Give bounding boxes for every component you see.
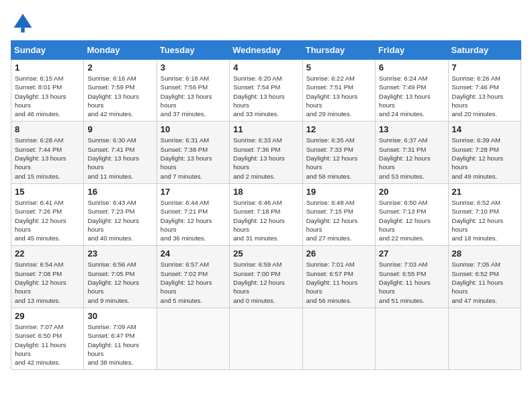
calendar-week-row: 29Sunrise: 7:07 AMSunset: 6:50 PMDayligh… [11,308,521,369]
day-info: Sunrise: 6:48 AMSunset: 7:15 PMDaylight:… [306,198,371,242]
svg-rect-1 [21,28,24,32]
svg-marker-0 [14,14,32,28]
weekday-header: Wednesday [230,41,302,60]
page-header [11,11,521,35]
day-info: Sunrise: 7:03 AMSunset: 6:55 PMDaylight:… [379,260,444,304]
day-number: 18 [233,187,298,197]
day-cell: 25Sunrise: 6:59 AMSunset: 7:00 PMDayligh… [230,246,302,308]
day-number: 3 [161,62,226,73]
day-cell: 26Sunrise: 7:01 AMSunset: 6:57 PMDayligh… [302,246,375,308]
day-cell: 9Sunrise: 6:30 AMSunset: 7:41 PMDaylight… [84,122,157,183]
weekday-header: Monday [84,41,157,60]
day-number: 13 [379,124,444,134]
empty-cell [375,308,448,369]
day-info: Sunrise: 7:07 AMSunset: 6:50 PMDaylight:… [15,322,80,367]
day-cell: 18Sunrise: 6:46 AMSunset: 7:18 PMDayligh… [230,183,302,245]
day-number: 30 [87,311,152,321]
day-number: 4 [233,62,298,73]
day-cell: 24Sunrise: 6:57 AMSunset: 7:02 PMDayligh… [157,246,229,308]
day-cell: 23Sunrise: 6:56 AMSunset: 7:05 PMDayligh… [84,246,157,308]
day-cell: 5Sunrise: 6:22 AMSunset: 7:51 PMDaylight… [302,60,375,122]
day-number: 17 [161,187,226,197]
day-number: 10 [161,124,226,134]
day-cell: 22Sunrise: 6:54 AMSunset: 7:08 PMDayligh… [11,246,84,308]
empty-cell [230,308,302,369]
day-cell: 20Sunrise: 6:50 AMSunset: 7:13 PMDayligh… [375,183,448,245]
day-info: Sunrise: 6:56 AMSunset: 7:05 PMDaylight:… [87,260,152,304]
day-number: 5 [306,62,371,73]
day-info: Sunrise: 6:16 AMSunset: 7:59 PMDaylight:… [87,74,152,118]
day-number: 8 [15,124,80,134]
day-cell: 14Sunrise: 6:39 AMSunset: 7:28 PMDayligh… [448,122,521,183]
day-info: Sunrise: 6:33 AMSunset: 7:36 PMDaylight:… [233,136,298,180]
weekday-header: Tuesday [157,41,229,60]
day-info: Sunrise: 6:30 AMSunset: 7:41 PMDaylight:… [87,136,152,180]
day-number: 2 [87,62,152,73]
day-number: 27 [379,248,444,259]
day-info: Sunrise: 6:41 AMSunset: 7:26 PMDaylight:… [15,198,80,242]
logo [11,11,38,35]
day-info: Sunrise: 7:01 AMSunset: 6:57 PMDaylight:… [306,260,371,304]
day-cell: 19Sunrise: 6:48 AMSunset: 7:15 PMDayligh… [302,183,375,245]
day-cell: 29Sunrise: 7:07 AMSunset: 6:50 PMDayligh… [11,308,84,369]
day-cell: 27Sunrise: 7:03 AMSunset: 6:55 PMDayligh… [375,246,448,308]
day-cell: 12Sunrise: 6:35 AMSunset: 7:33 PMDayligh… [302,122,375,183]
day-number: 15 [15,187,80,197]
weekday-header: Sunday [11,41,84,60]
day-cell: 10Sunrise: 6:31 AMSunset: 7:38 PMDayligh… [157,122,229,183]
day-cell: 30Sunrise: 7:09 AMSunset: 6:47 PMDayligh… [84,308,157,369]
day-number: 23 [87,248,152,259]
calendar-table: SundayMondayTuesdayWednesdayThursdayFrid… [11,40,521,370]
day-info: Sunrise: 6:50 AMSunset: 7:13 PMDaylight:… [379,198,444,242]
calendar-week-row: 22Sunrise: 6:54 AMSunset: 7:08 PMDayligh… [11,246,521,308]
day-info: Sunrise: 7:09 AMSunset: 6:47 PMDaylight:… [87,322,152,367]
day-number: 24 [161,248,226,259]
day-info: Sunrise: 6:39 AMSunset: 7:28 PMDaylight:… [452,136,517,180]
calendar-week-row: 1Sunrise: 6:15 AMSunset: 8:01 PMDaylight… [11,60,521,122]
day-number: 12 [306,124,371,134]
day-number: 19 [306,187,371,197]
calendar-week-row: 8Sunrise: 6:28 AMSunset: 7:44 PMDaylight… [11,122,521,183]
day-cell: 11Sunrise: 6:33 AMSunset: 7:36 PMDayligh… [230,122,302,183]
day-info: Sunrise: 6:28 AMSunset: 7:44 PMDaylight:… [15,136,80,180]
empty-cell [302,308,375,369]
weekday-header-row: SundayMondayTuesdayWednesdayThursdayFrid… [11,41,521,60]
day-number: 22 [15,248,80,259]
day-number: 25 [233,248,298,259]
day-info: Sunrise: 6:18 AMSunset: 7:56 PMDaylight:… [161,74,226,118]
day-number: 20 [379,187,444,197]
day-info: Sunrise: 6:35 AMSunset: 7:33 PMDaylight:… [306,136,371,180]
day-cell: 13Sunrise: 6:37 AMSunset: 7:31 PMDayligh… [375,122,448,183]
day-number: 11 [233,124,298,134]
day-info: Sunrise: 6:52 AMSunset: 7:10 PMDaylight:… [452,198,517,242]
day-cell: 2Sunrise: 6:16 AMSunset: 7:59 PMDaylight… [84,60,157,122]
day-number: 14 [452,124,517,134]
day-info: Sunrise: 6:46 AMSunset: 7:18 PMDaylight:… [233,198,298,242]
day-info: Sunrise: 6:54 AMSunset: 7:08 PMDaylight:… [15,260,80,304]
day-number: 6 [379,62,444,73]
day-number: 1 [15,62,80,73]
day-info: Sunrise: 6:44 AMSunset: 7:21 PMDaylight:… [161,198,226,242]
day-cell: 17Sunrise: 6:44 AMSunset: 7:21 PMDayligh… [157,183,229,245]
empty-cell [448,308,521,369]
logo-icon [11,11,35,35]
day-cell: 15Sunrise: 6:41 AMSunset: 7:26 PMDayligh… [11,183,84,245]
day-number: 16 [87,187,152,197]
day-info: Sunrise: 6:22 AMSunset: 7:51 PMDaylight:… [306,74,371,118]
empty-cell [157,308,229,369]
day-cell: 28Sunrise: 7:05 AMSunset: 6:52 PMDayligh… [448,246,521,308]
day-info: Sunrise: 6:31 AMSunset: 7:38 PMDaylight:… [161,136,226,180]
weekday-header: Thursday [302,41,375,60]
day-cell: 7Sunrise: 6:26 AMSunset: 7:46 PMDaylight… [448,60,521,122]
day-number: 7 [452,62,517,73]
day-cell: 6Sunrise: 6:24 AMSunset: 7:49 PMDaylight… [375,60,448,122]
day-number: 28 [452,248,517,259]
day-number: 21 [452,187,517,197]
day-cell: 21Sunrise: 6:52 AMSunset: 7:10 PMDayligh… [448,183,521,245]
day-cell: 8Sunrise: 6:28 AMSunset: 7:44 PMDaylight… [11,122,84,183]
weekday-header: Friday [375,41,448,60]
day-info: Sunrise: 6:37 AMSunset: 7:31 PMDaylight:… [379,136,444,180]
day-info: Sunrise: 6:15 AMSunset: 8:01 PMDaylight:… [15,74,80,118]
day-info: Sunrise: 6:20 AMSunset: 7:54 PMDaylight:… [233,74,298,118]
day-info: Sunrise: 6:57 AMSunset: 7:02 PMDaylight:… [161,260,226,304]
